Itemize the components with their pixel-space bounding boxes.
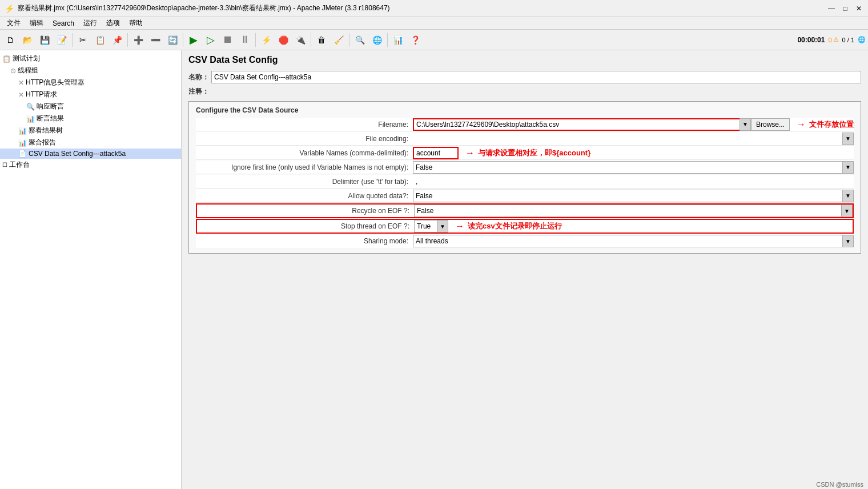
tree-item-response-assertion[interactable]: 🔍 响应断言 bbox=[0, 101, 181, 113]
toolbar-copy[interactable]: 📋 bbox=[92, 32, 108, 48]
tree-item-workbench[interactable]: ☐ 工作台 bbox=[0, 159, 181, 171]
menu-edit[interactable]: 编辑 bbox=[25, 17, 48, 29]
tree-label-test-plan: 测试计划 bbox=[13, 54, 40, 63]
tree-item-assertion-result[interactable]: 📊 断言结果 bbox=[0, 113, 181, 125]
menu-options[interactable]: 选项 bbox=[102, 17, 124, 29]
sharing-mode-select[interactable]: All threads Current thread group Current… bbox=[413, 235, 854, 247]
aggregate-report-icon: 📊 bbox=[18, 139, 27, 147]
tb-sep-3 bbox=[183, 33, 183, 47]
ignore-first-line-arrow[interactable]: ▼ bbox=[842, 161, 854, 174]
delimiter-label: Delimiter (use '\t' for tab): bbox=[196, 176, 413, 187]
close-button[interactable]: ✕ bbox=[854, 4, 863, 13]
test-plan-tree: 📋 测试计划 ⊙ 线程组 ✕ HTTP信息头管理器 ✕ HTTP请求 🔍 响应断… bbox=[0, 50, 182, 489]
stop-thread-eof-arrow[interactable]: ▼ bbox=[437, 220, 448, 233]
tree-item-test-plan[interactable]: 📋 测试计划 bbox=[0, 53, 181, 65]
filename-arrow-icon: → bbox=[797, 119, 806, 130]
warn-count: 0 bbox=[828, 37, 831, 43]
thread-group-icon: ⊙ bbox=[10, 67, 16, 75]
comment-row: 注释： bbox=[188, 87, 861, 97]
toolbar-remote-start[interactable]: ⚡ bbox=[258, 32, 274, 48]
tree-item-thread-group[interactable]: ⊙ 线程组 bbox=[0, 65, 181, 77]
encoding-dropdown-arrow[interactable]: ▼ bbox=[842, 133, 854, 145]
toolbar-toggle[interactable]: 🔄 bbox=[164, 32, 180, 48]
toolbar-cut[interactable]: ✂ bbox=[75, 32, 91, 48]
maximize-button[interactable]: □ bbox=[841, 4, 850, 13]
menu-search[interactable]: Search bbox=[48, 18, 79, 29]
toolbar-remote-stop[interactable]: 🛑 bbox=[275, 32, 291, 48]
filename-input[interactable] bbox=[413, 118, 751, 131]
filename-label: Filename: bbox=[196, 119, 413, 130]
allow-quoted-arrow[interactable]: ▼ bbox=[842, 190, 854, 202]
comment-label: 注释： bbox=[188, 87, 209, 97]
toolbar-save[interactable]: 💾 bbox=[37, 32, 53, 48]
variable-names-label: Variable Names (comma-delimited): bbox=[196, 147, 413, 159]
sharing-mode-arrow[interactable]: ▼ bbox=[842, 235, 854, 247]
tree-label-thread-group: 线程组 bbox=[18, 66, 38, 75]
recycle-eof-select[interactable]: False True bbox=[414, 205, 853, 217]
panel-title: CSV Data Set Config bbox=[188, 55, 861, 65]
delimiter-input[interactable] bbox=[413, 175, 854, 188]
http-request-icon: ✕ bbox=[18, 91, 24, 99]
config-row-encoding: File encoding: ▼ bbox=[196, 132, 854, 146]
menu-file[interactable]: 文件 bbox=[2, 17, 25, 29]
tree-item-aggregate-report[interactable]: 📊 聚合报告 bbox=[0, 137, 181, 149]
toolbar-help[interactable]: ❓ bbox=[407, 32, 423, 48]
menu-run[interactable]: 运行 bbox=[79, 17, 102, 29]
toolbar: 🗋 📂 💾 📝 ✂ 📋 📌 ➕ ➖ 🔄 ▶ ▷ ⏹ ⏸ ⚡ 🛑 🔌 🗑 🧹 🔍 … bbox=[0, 30, 868, 50]
toolbar-new[interactable]: 🗋 bbox=[2, 32, 18, 48]
browse-button[interactable]: Browse... bbox=[751, 118, 790, 131]
toolbar-expand[interactable]: ➕ bbox=[130, 32, 146, 48]
recycle-eof-input-area: False True ▼ bbox=[414, 205, 853, 217]
toolbar-remote-shutdown[interactable]: 🔌 bbox=[292, 32, 308, 48]
right-panel: CSV Data Set Config 名称： 注释： Configure th… bbox=[182, 50, 868, 489]
filename-annotation-text: 文件存放位置 bbox=[809, 119, 854, 130]
toolbar-shutdown[interactable]: ⏸ bbox=[237, 32, 253, 48]
tree-item-http-header[interactable]: ✕ HTTP信息头管理器 bbox=[0, 77, 181, 89]
config-row-stop-thread-eof: Stop thread on EOF ?: True False ▼ → 读完c… bbox=[196, 219, 854, 234]
toolbar-clear[interactable]: 🗑 bbox=[314, 32, 329, 48]
allow-quoted-select[interactable]: False True bbox=[413, 190, 854, 202]
toolbar-save-as[interactable]: 📝 bbox=[54, 32, 70, 48]
toolbar-clear-all[interactable]: 🧹 bbox=[331, 32, 347, 48]
warning-indicator: 0 ⚠ bbox=[828, 36, 838, 43]
tree-label-workbench: 工作台 bbox=[9, 160, 30, 170]
toolbar-table[interactable]: 📊 bbox=[390, 32, 406, 48]
encoding-input-area: ▼ bbox=[413, 133, 854, 145]
config-row-variable-names: Variable Names (comma-delimited): → 与请求设… bbox=[196, 146, 854, 160]
csv-config-icon: 📄 bbox=[18, 150, 27, 158]
toolbar-start[interactable]: ▶ bbox=[186, 32, 202, 48]
minimize-button[interactable]: — bbox=[827, 4, 836, 13]
http-header-icon: ✕ bbox=[18, 79, 24, 87]
encoding-input[interactable] bbox=[413, 133, 854, 145]
tree-item-http-request[interactable]: ✕ HTTP请求 bbox=[0, 89, 181, 101]
toolbar-browse[interactable]: 🌐 bbox=[369, 32, 385, 48]
name-row: 名称： bbox=[188, 71, 861, 83]
tb-sep-6 bbox=[349, 33, 349, 47]
timer-display: 00:00:01 bbox=[797, 36, 825, 44]
name-input[interactable] bbox=[211, 71, 861, 83]
menu-bar: 文件 编辑 Search 运行 选项 帮助 bbox=[0, 17, 868, 30]
recycle-eof-arrow[interactable]: ▼ bbox=[841, 205, 853, 217]
tree-item-view-result-tree[interactable]: 📊 察看结果树 bbox=[0, 125, 181, 137]
status-text: CSDN @stumiss bbox=[816, 481, 863, 488]
menu-help[interactable]: 帮助 bbox=[124, 17, 147, 29]
tree-item-csv-config[interactable]: 📄 CSV Data Set Config---attack5a bbox=[0, 149, 181, 159]
toolbar-collapse[interactable]: ➖ bbox=[147, 32, 163, 48]
toolbar-open[interactable]: 📂 bbox=[19, 32, 35, 48]
tree-label-response-assertion: 响应断言 bbox=[37, 102, 64, 111]
toolbar-find[interactable]: 🔍 bbox=[352, 32, 368, 48]
ignore-first-line-label: Ignore first line (only used if Variable… bbox=[196, 162, 413, 173]
tree-label-aggregate-report: 聚合报告 bbox=[29, 138, 56, 147]
main-area: 📋 测试计划 ⊙ 线程组 ✕ HTTP信息头管理器 ✕ HTTP请求 🔍 响应断… bbox=[0, 50, 868, 489]
ignore-first-line-select[interactable]: False True bbox=[413, 161, 854, 174]
toolbar-start-no-pause[interactable]: ▷ bbox=[203, 32, 219, 48]
variable-names-input[interactable] bbox=[413, 147, 459, 159]
config-row-delimiter: Delimiter (use '\t' for tab): bbox=[196, 175, 854, 189]
filename-dropdown-arrow[interactable]: ▼ bbox=[740, 118, 751, 131]
toolbar-paste[interactable]: 📌 bbox=[109, 32, 125, 48]
toolbar-stop[interactable]: ⏹ bbox=[220, 32, 236, 48]
view-result-icon: 📊 bbox=[18, 127, 27, 135]
tree-label-http-request: HTTP请求 bbox=[26, 90, 57, 99]
tb-sep-2 bbox=[127, 33, 128, 47]
stop-thread-annotation-text: 读完csv文件记录即停止运行 bbox=[468, 221, 562, 231]
